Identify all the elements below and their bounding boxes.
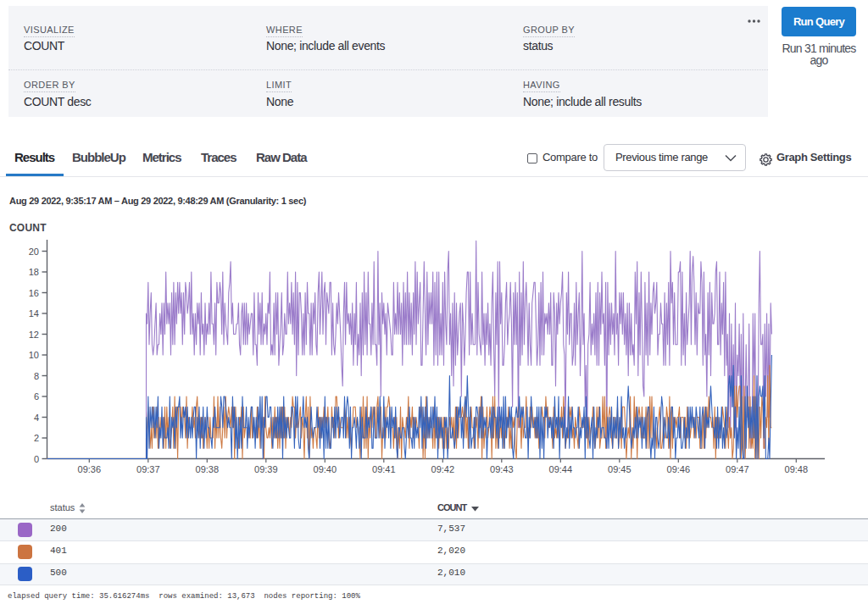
svg-text:10: 10 xyxy=(29,350,39,360)
svg-text:8: 8 xyxy=(34,371,39,381)
svg-text:09:48: 09:48 xyxy=(785,464,809,474)
svg-text:09:41: 09:41 xyxy=(372,464,396,474)
svg-text:09:44: 09:44 xyxy=(549,464,573,474)
svg-text:09:45: 09:45 xyxy=(608,464,632,474)
svg-text:16: 16 xyxy=(29,288,39,298)
svg-text:4: 4 xyxy=(34,413,39,423)
svg-text:09:42: 09:42 xyxy=(431,464,455,474)
svg-text:09:47: 09:47 xyxy=(726,464,749,474)
svg-text:09:40: 09:40 xyxy=(314,464,337,474)
svg-text:0: 0 xyxy=(34,454,39,464)
svg-text:2: 2 xyxy=(34,433,39,443)
svg-text:20: 20 xyxy=(29,247,39,257)
svg-text:18: 18 xyxy=(29,267,39,277)
svg-text:09:46: 09:46 xyxy=(667,464,691,474)
svg-text:12: 12 xyxy=(29,330,39,340)
svg-text:6: 6 xyxy=(34,391,39,402)
svg-text:14: 14 xyxy=(29,308,39,319)
svg-text:09:38: 09:38 xyxy=(196,464,220,474)
svg-text:09:43: 09:43 xyxy=(490,464,514,474)
svg-text:09:37: 09:37 xyxy=(136,464,160,474)
svg-text:09:36: 09:36 xyxy=(78,464,102,474)
svg-text:09:39: 09:39 xyxy=(254,464,278,474)
